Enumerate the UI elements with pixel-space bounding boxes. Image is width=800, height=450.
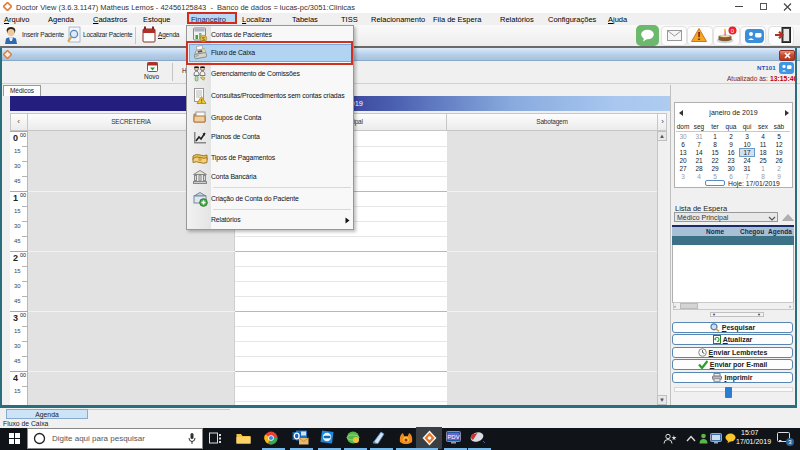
svg-text:PDV: PDV bbox=[447, 434, 459, 440]
svg-text:!: ! bbox=[697, 31, 700, 42]
svg-text:!: ! bbox=[201, 97, 203, 103]
